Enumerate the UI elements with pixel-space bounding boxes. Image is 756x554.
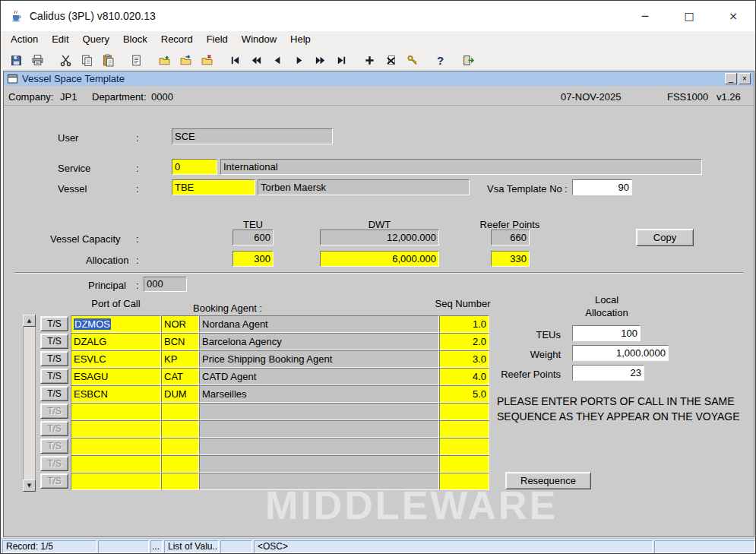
port-field-row-10[interactable] <box>71 473 161 490</box>
lock-record-button[interactable] <box>403 51 422 69</box>
last-record-button[interactable] <box>332 51 351 69</box>
port-field-row-8[interactable] <box>71 438 161 455</box>
exit-button[interactable] <box>459 51 478 69</box>
reefer-points-field[interactable]: 23 <box>572 365 644 381</box>
scroll-down-button[interactable]: ▼ <box>23 480 36 492</box>
menu-record[interactable]: Record <box>154 31 200 49</box>
enter-query-button[interactable] <box>155 51 174 69</box>
agent-code-field-row-2[interactable]: BCN <box>161 333 199 350</box>
cut-button[interactable] <box>56 51 75 69</box>
service-code-field[interactable]: 0 <box>172 159 217 175</box>
port-field-row-2[interactable]: DZALG <box>71 333 161 350</box>
save-button[interactable] <box>7 51 26 69</box>
agent-code-field-row-8[interactable] <box>161 438 199 455</box>
notice-line-2: SEQUENCE AS THEY APPEAR ON THE VOYAGE <box>497 409 740 424</box>
copy-capacity-button[interactable]: Copy <box>636 229 694 246</box>
port-field-row-3[interactable]: ESVLC <box>71 350 161 368</box>
maximize-button[interactable]: □ <box>667 1 711 31</box>
print-button[interactable] <box>28 51 47 69</box>
vsa-template-field[interactable]: 90 <box>572 179 632 195</box>
scrollbar-track[interactable] <box>23 327 36 480</box>
delete-record-button[interactable] <box>381 51 400 69</box>
ts-button-row-5[interactable]: T/S <box>40 386 68 401</box>
previous-record-button[interactable] <box>268 51 287 69</box>
seq-field-row-6[interactable] <box>439 403 489 420</box>
clear-button[interactable] <box>127 51 146 69</box>
execute-query-button[interactable] <box>176 51 195 69</box>
clear-record-icon <box>130 54 143 67</box>
ts-button-row-3[interactable]: T/S <box>40 351 68 366</box>
agent-code-field-row-9[interactable] <box>161 455 199 473</box>
vessel-name-field: Torben Maersk <box>258 179 470 195</box>
port-field-row-7[interactable] <box>71 420 161 438</box>
next-record-button[interactable] <box>289 51 308 69</box>
paste-icon <box>102 54 115 67</box>
scroll-up-button[interactable]: ▲ <box>23 315 36 327</box>
menu-window[interactable]: Window <box>235 31 283 49</box>
menu-query[interactable]: Query <box>76 31 116 49</box>
allocation-teu-field[interactable]: 300 <box>232 251 274 267</box>
previous-block-button[interactable] <box>247 51 266 69</box>
menu-help[interactable]: Help <box>283 31 318 49</box>
user-label: User <box>58 132 78 144</box>
copy-button[interactable] <box>77 51 96 69</box>
agent-code-field-row-6[interactable] <box>161 403 199 420</box>
menu-action[interactable]: Action <box>4 31 45 49</box>
vessel-code-field[interactable]: TBE <box>172 179 255 195</box>
help-icon: ? <box>437 54 444 67</box>
insert-record-button[interactable] <box>360 51 379 69</box>
ts-button-row-2[interactable]: T/S <box>40 334 68 349</box>
capacity-reefer-field: 660 <box>491 230 530 245</box>
department-label: Department: <box>92 91 147 103</box>
notice-line-1: PLEASE ENTER PORTS OF CALL IN THE SAME <box>497 394 735 409</box>
port-field-row-9[interactable] <box>71 455 161 473</box>
help-button[interactable]: ? <box>431 51 450 69</box>
seq-field-row-3[interactable]: 3.0 <box>439 350 489 368</box>
first-record-button[interactable] <box>226 51 245 69</box>
teus-field[interactable]: 100 <box>572 325 641 341</box>
copy-icon <box>81 54 93 67</box>
agent-name-field-row-3: Price Shipping Booking Agent <box>199 350 439 368</box>
window-controls: ─ □ × <box>623 1 755 31</box>
menu-edit[interactable]: Edit <box>45 31 75 49</box>
port-field-row-1[interactable]: DZMOS <box>71 315 161 333</box>
service-label: Service <box>58 163 90 174</box>
ts-button-row-4[interactable]: T/S <box>40 369 68 384</box>
paste-button[interactable] <box>99 51 118 69</box>
child-close-button[interactable]: × <box>739 73 751 84</box>
cancel-query-button[interactable] <box>198 51 217 69</box>
agent-code-field-row-5[interactable]: DUM <box>161 385 199 403</box>
agent-code-field-row-7[interactable] <box>161 420 199 438</box>
watermark-text: MIDDLEWARE <box>265 483 558 528</box>
menu-field[interactable]: Field <box>200 31 235 49</box>
seq-field-row-5[interactable]: 5.0 <box>439 385 489 403</box>
agent-code-field-row-3[interactable]: KP <box>161 350 199 368</box>
first-record-icon <box>229 55 241 66</box>
port-field-row-4[interactable]: ESAGU <box>71 368 161 385</box>
next-block-button[interactable] <box>311 51 330 69</box>
port-field-row-6[interactable] <box>71 403 161 420</box>
close-button[interactable]: × <box>711 1 755 31</box>
capacity-teu-field: 600 <box>232 230 274 245</box>
minimize-button[interactable]: ─ <box>623 1 667 31</box>
allocation-label: Allocation <box>86 255 128 266</box>
weight-field[interactable]: 1,000.0000 <box>572 345 669 361</box>
agent-code-field-row-4[interactable]: CAT <box>161 368 199 385</box>
child-minimize-button[interactable]: _ <box>725 73 737 84</box>
seq-field-row-9[interactable] <box>439 455 489 473</box>
booking-agent-header: Booking Agent : <box>193 302 262 314</box>
seq-field-row-7[interactable] <box>439 420 489 438</box>
seq-field-row-8[interactable] <box>439 438 489 455</box>
menu-block[interactable]: Block <box>116 31 154 49</box>
agent-code-field-row-1[interactable]: NOR <box>161 315 199 333</box>
agent-code-field-row-10[interactable] <box>161 473 199 490</box>
child-window-titlebar[interactable]: Vessel Space Template <box>4 71 754 86</box>
seq-field-row-1[interactable]: 1.0 <box>439 315 489 333</box>
allocation-dwt-field[interactable]: 6,000.000 <box>320 251 439 267</box>
allocation-reefer-field[interactable]: 330 <box>491 251 530 267</box>
port-field-row-5[interactable]: ESBCN <box>71 385 161 403</box>
ts-button-row-1[interactable]: T/S <box>40 316 68 331</box>
seq-field-row-4[interactable]: 4.0 <box>439 368 489 385</box>
seq-field-row-2[interactable]: 2.0 <box>439 333 489 350</box>
vsa-template-label: Vsa Template No : <box>487 183 568 195</box>
